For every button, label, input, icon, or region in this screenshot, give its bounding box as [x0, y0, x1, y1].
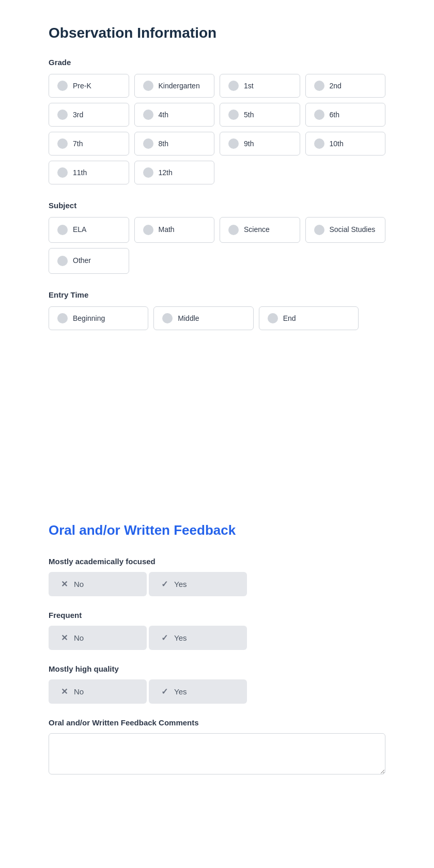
observation-section-title: Observation Information	[49, 25, 385, 41]
subject-grid: ELA Math Science Social Studies Oth	[49, 217, 385, 274]
grade-option-2nd[interactable]: 2nd	[305, 74, 386, 98]
grade-grid: Pre-K Kindergarten 1st 2nd 3rd	[49, 74, 385, 184]
toggle-yes-label: Yes	[174, 687, 187, 696]
entry-time-label: Entry Time	[49, 290, 385, 299]
feedback-field-high-quality: Mostly high quality ✕ No ✓ Yes	[49, 664, 385, 704]
feedback-label-frequent: Frequent	[49, 611, 385, 619]
radio-circle	[228, 110, 239, 120]
grade-option-9th[interactable]: 9th	[220, 132, 300, 156]
toggle-group-high-quality: ✕ No ✓ Yes	[49, 679, 385, 704]
entry-time-option-beginning[interactable]: Beginning	[49, 306, 148, 330]
entry-time-option-middle-label: Middle	[178, 314, 199, 322]
grade-option-11th[interactable]: 11th	[49, 161, 129, 184]
feedback-label-high-quality: Mostly high quality	[49, 664, 385, 673]
feedback-section-title: Oral and/or Written Feedback	[49, 522, 385, 538]
subject-option-social-studies[interactable]: Social Studies	[305, 217, 386, 243]
radio-circle	[314, 138, 324, 149]
radio-circle	[57, 138, 68, 149]
subject-option-math[interactable]: Math	[134, 217, 215, 243]
grade-option-12th[interactable]: 12th	[134, 161, 215, 184]
grade-option-1st[interactable]: 1st	[220, 74, 300, 98]
grade-option-4th[interactable]: 4th	[134, 103, 215, 127]
radio-circle	[57, 110, 68, 120]
radio-circle	[314, 81, 324, 91]
entry-time-option-end[interactable]: End	[259, 306, 359, 330]
subject-option-ela-label: ELA	[73, 225, 86, 235]
toggle-yes-label: Yes	[174, 633, 187, 642]
toggle-group-frequent: ✕ No ✓ Yes	[49, 626, 385, 650]
grade-option-3rd[interactable]: 3rd	[49, 103, 129, 127]
toggle-no-academically-focused[interactable]: ✕ No	[49, 572, 147, 596]
radio-circle	[57, 167, 68, 178]
grade-option-prek[interactable]: Pre-K	[49, 74, 129, 98]
feedback-field-comments: Oral and/or Written Feedback Comments	[49, 718, 385, 777]
feedback-field-frequent: Frequent ✕ No ✓ Yes	[49, 611, 385, 650]
toggle-no-label: No	[74, 687, 84, 696]
grade-option-7th[interactable]: 7th	[49, 132, 129, 156]
feedback-comments-input[interactable]	[49, 733, 385, 774]
entry-time-field-group: Entry Time Beginning Middle End	[49, 290, 385, 330]
radio-circle	[268, 313, 278, 323]
grade-option-3rd-label: 3rd	[73, 111, 83, 119]
grade-option-8th[interactable]: 8th	[134, 132, 215, 156]
grade-option-12th-label: 12th	[159, 168, 173, 177]
feedback-comments-label: Oral and/or Written Feedback Comments	[49, 718, 385, 727]
subject-option-science[interactable]: Science	[220, 217, 300, 243]
grade-option-6th[interactable]: 6th	[305, 103, 386, 127]
radio-circle	[143, 167, 153, 178]
entry-time-option-middle[interactable]: Middle	[153, 306, 253, 330]
entry-time-grid: Beginning Middle End	[49, 306, 359, 330]
grade-field-group: Grade Pre-K Kindergarten 1st 2nd	[49, 58, 385, 184]
check-icon: ✓	[161, 579, 168, 589]
subject-option-science-label: Science	[244, 225, 270, 235]
toggle-no-high-quality[interactable]: ✕ No	[49, 679, 147, 704]
grade-option-5th-label: 5th	[244, 111, 254, 119]
subject-option-other-label: Other	[73, 256, 91, 266]
grade-option-7th-label: 7th	[73, 140, 83, 148]
subject-field-group: Subject ELA Math Science Social Studies	[49, 201, 385, 274]
radio-circle	[162, 313, 173, 323]
radio-circle	[143, 110, 153, 120]
radio-circle	[143, 81, 153, 91]
grade-option-10th-label: 10th	[330, 140, 344, 148]
observation-section: Observation Information Grade Pre-K Kind…	[49, 25, 385, 330]
page-container: Observation Information Grade Pre-K Kind…	[0, 0, 434, 816]
radio-circle	[57, 225, 68, 235]
radio-circle	[57, 256, 68, 266]
check-icon: ✓	[161, 687, 168, 696]
grade-option-6th-label: 6th	[330, 111, 339, 119]
subject-label: Subject	[49, 201, 385, 210]
grade-option-1st-label: 1st	[244, 82, 254, 90]
grade-option-5th[interactable]: 5th	[220, 103, 300, 127]
grade-option-4th-label: 4th	[159, 111, 168, 119]
grade-label: Grade	[49, 58, 385, 67]
x-icon: ✕	[61, 579, 68, 589]
subject-option-math-label: Math	[159, 225, 175, 235]
entry-time-option-end-label: End	[283, 314, 296, 322]
radio-circle	[228, 81, 239, 91]
subject-option-social-studies-label: Social Studies	[330, 225, 376, 235]
feedback-field-academically-focused: Mostly academically focused ✕ No ✓ Yes	[49, 557, 385, 596]
grade-option-11th-label: 11th	[73, 168, 87, 177]
radio-circle	[314, 225, 324, 235]
subject-option-ela[interactable]: ELA	[49, 217, 129, 243]
radio-circle	[57, 313, 68, 323]
entry-time-option-beginning-label: Beginning	[73, 314, 105, 322]
x-icon: ✕	[61, 633, 68, 643]
toggle-yes-academically-focused[interactable]: ✓ Yes	[149, 572, 247, 596]
grade-option-2nd-label: 2nd	[330, 82, 342, 90]
toggle-yes-frequent[interactable]: ✓ Yes	[149, 626, 247, 650]
toggle-yes-label: Yes	[174, 580, 187, 588]
radio-circle	[228, 138, 239, 149]
grade-option-10th[interactable]: 10th	[305, 132, 386, 156]
toggle-yes-high-quality[interactable]: ✓ Yes	[149, 679, 247, 704]
toggle-no-label: No	[74, 580, 84, 588]
feedback-section: Oral and/or Written Feedback Mostly acad…	[49, 522, 385, 777]
subject-option-other[interactable]: Other	[49, 248, 129, 274]
grade-option-kindergarten[interactable]: Kindergarten	[134, 74, 215, 98]
x-icon: ✕	[61, 687, 68, 696]
radio-circle	[143, 138, 153, 149]
toggle-no-frequent[interactable]: ✕ No	[49, 626, 147, 650]
grade-option-prek-label: Pre-K	[73, 82, 91, 90]
toggle-no-label: No	[74, 633, 84, 642]
